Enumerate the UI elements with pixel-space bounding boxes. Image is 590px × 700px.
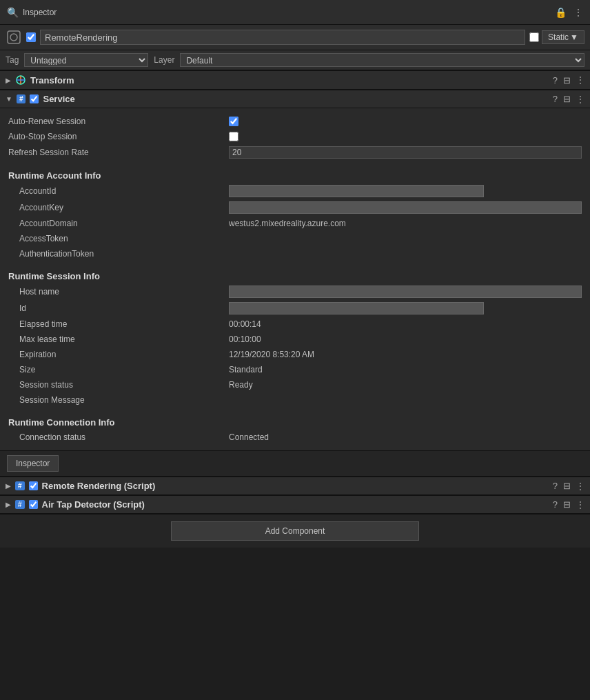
size-label: Size	[8, 365, 229, 374]
service-enabled-checkbox[interactable]	[30, 94, 39, 103]
transform-expand-arrow[interactable]: ▶	[6, 77, 11, 84]
connection-status-value: Connected	[229, 432, 582, 442]
air-tap-detector-hash-badge: #	[15, 500, 25, 509]
session-status-value: Ready	[229, 380, 582, 390]
service-sliders-icon[interactable]: ⊟	[563, 94, 571, 104]
session-status-row: Session status Ready	[8, 377, 582, 392]
auth-token-label: AuthenticationToken	[8, 249, 229, 259]
expiration-value: 12/19/2020 8:53:20 AM	[229, 350, 582, 359]
air-tap-detector-icons: ? ⊟ ⋮	[553, 499, 584, 510]
elapsed-time-row: Elapsed time 00:00:14	[8, 317, 582, 332]
static-section: Static ▼	[529, 30, 584, 44]
account-key-label: AccountKey	[8, 203, 229, 212]
id-row: Id	[8, 300, 582, 317]
id-input[interactable]	[229, 302, 484, 314]
refresh-rate-input[interactable]	[229, 146, 582, 159]
runtime-account-label: Runtime Account Info	[8, 170, 229, 181]
air-tap-detector-dots-icon[interactable]: ⋮	[576, 500, 584, 510]
layer-select[interactable]: Default	[180, 53, 584, 67]
account-domain-row: AccountDomain westus2.mixedreality.azure…	[8, 216, 582, 231]
menu-dots-icon[interactable]: ⋮	[573, 7, 583, 18]
account-id-row: AccountId	[8, 183, 582, 199]
service-hash-badge: #	[17, 94, 26, 103]
service-expand-arrow[interactable]: ▼	[6, 95, 12, 103]
account-domain-value: westus2.mixedreality.azure.com	[229, 219, 582, 228]
transform-icon	[15, 74, 26, 86]
id-label: Id	[8, 303, 229, 313]
air-tap-detector-help-icon[interactable]: ?	[553, 499, 558, 510]
air-tap-detector-expand-arrow[interactable]: ▶	[6, 501, 11, 508]
auth-token-row: AuthenticationToken	[8, 246, 582, 261]
transform-component-header: ▶ Transform ? ⊟ ⋮	[0, 70, 590, 90]
air-tap-detector-script-header: ▶ # Air Tap Detector (Script) ? ⊟ ⋮	[0, 495, 590, 514]
lock-icon[interactable]: 🔒	[555, 7, 567, 18]
account-id-label: AccountId	[8, 186, 229, 196]
max-lease-value: 00:10:00	[229, 334, 582, 344]
auto-stop-checkbox[interactable]	[229, 132, 238, 141]
session-message-row: Session Message	[8, 392, 582, 408]
connection-status-row: Connection status Connected	[8, 430, 582, 445]
service-component-icons: ? ⊟ ⋮	[553, 94, 584, 104]
transform-help-icon[interactable]: ?	[553, 75, 558, 86]
inspector-button[interactable]: Inspector	[7, 455, 59, 472]
auto-renew-row: Auto-Renew Session	[8, 114, 582, 129]
auto-renew-checkbox[interactable]	[229, 117, 238, 126]
max-lease-row: Max lease time 00:10:00	[8, 332, 582, 347]
tag-label: Tag	[6, 55, 19, 65]
remote-rendering-icons: ? ⊟ ⋮	[553, 481, 584, 491]
title-bar-label: Inspector	[23, 8, 57, 17]
tag-select[interactable]: Untagged	[24, 53, 148, 67]
static-checkbox[interactable]	[529, 32, 539, 42]
runtime-session-label: Runtime Session Info	[8, 271, 229, 281]
auto-renew-label: Auto-Renew Session	[8, 117, 229, 126]
service-content: Auto-Renew Session Auto-Stop Session Ref…	[0, 108, 590, 450]
account-id-input[interactable]	[229, 185, 484, 197]
service-dots-icon[interactable]: ⋮	[576, 94, 584, 104]
svg-rect-0	[8, 31, 20, 43]
layer-label: Layer	[154, 55, 174, 65]
elapsed-time-value: 00:00:14	[229, 319, 582, 329]
access-token-row: AccessToken	[8, 231, 582, 246]
host-name-label: Host name	[8, 287, 229, 297]
service-component-header: ▼ # Service ? ⊟ ⋮	[0, 90, 590, 108]
game-object-icon	[6, 29, 22, 46]
remote-rendering-expand-arrow[interactable]: ▶	[6, 482, 11, 490]
expiration-label: Expiration	[8, 350, 229, 359]
remote-rendering-dots-icon[interactable]: ⋮	[576, 481, 584, 491]
runtime-session-header: Runtime Session Info	[8, 268, 582, 283]
remote-rendering-sliders-icon[interactable]: ⊟	[563, 481, 571, 491]
auto-stop-label: Auto-Stop Session	[8, 132, 229, 141]
air-tap-detector-enabled-checkbox[interactable]	[29, 500, 38, 509]
runtime-account-header: Runtime Account Info	[8, 168, 582, 183]
transform-sliders-icon[interactable]: ⊟	[563, 75, 571, 86]
transform-dots-icon[interactable]: ⋮	[576, 75, 584, 85]
add-component-button[interactable]: Add Component	[171, 521, 419, 541]
svg-point-1	[10, 34, 17, 41]
static-button[interactable]: Static ▼	[542, 30, 584, 44]
account-key-row: AccountKey	[8, 199, 582, 216]
transform-component-icons: ? ⊟ ⋮	[553, 75, 584, 86]
size-value: Standard	[229, 365, 582, 374]
size-row: Size Standard	[8, 362, 582, 377]
remote-rendering-enabled-checkbox[interactable]	[29, 481, 38, 490]
title-bar-left: 🔍 Inspector	[7, 7, 57, 18]
object-header: Static ▼	[0, 25, 590, 50]
account-domain-label: AccountDomain	[8, 219, 229, 228]
object-name-input[interactable]	[40, 30, 525, 45]
account-key-input[interactable]	[229, 201, 582, 214]
auto-stop-row: Auto-Stop Session	[8, 129, 582, 144]
service-help-icon[interactable]: ?	[553, 94, 558, 104]
host-name-input[interactable]	[229, 286, 582, 298]
remote-rendering-help-icon[interactable]: ?	[553, 481, 558, 491]
session-status-label: Session status	[8, 380, 229, 390]
runtime-connection-label: Runtime Connection Info	[8, 417, 229, 428]
remote-rendering-script-title: Remote Rendering (Script)	[42, 481, 549, 491]
service-title: Service	[43, 94, 548, 104]
host-name-row: Host name	[8, 283, 582, 300]
inspector-window-icon: 🔍	[7, 7, 19, 18]
inspector-btn-bar: Inspector	[0, 450, 590, 477]
expiration-row: Expiration 12/19/2020 8:53:20 AM	[8, 347, 582, 362]
transform-title: Transform	[30, 75, 549, 86]
air-tap-detector-sliders-icon[interactable]: ⊟	[563, 499, 571, 510]
object-enabled-checkbox[interactable]	[26, 32, 36, 42]
